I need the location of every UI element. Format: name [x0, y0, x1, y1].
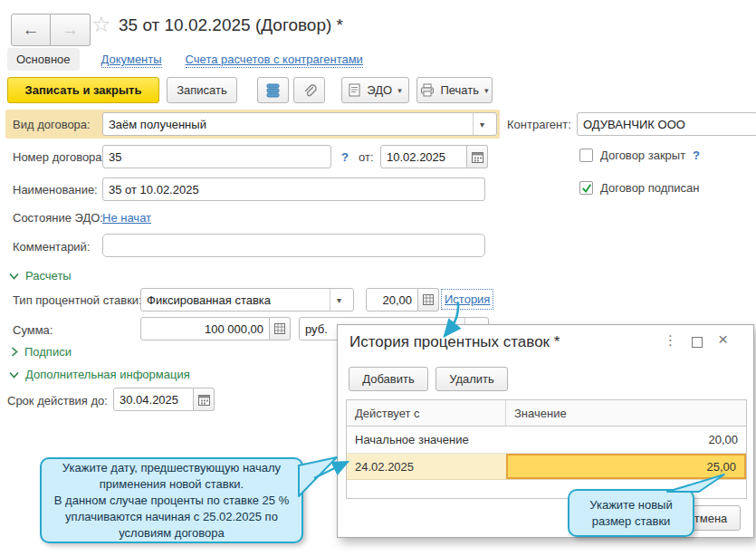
date-hint-callout: Укажите дату, предшествующую началу прим… [40, 457, 303, 543]
date-hint-pointer [299, 457, 337, 496]
calendar-icon [198, 394, 210, 406]
save-button[interactable]: Записать [167, 77, 237, 103]
contract-type-label: Вид договора: [13, 118, 91, 131]
dialog-title: История процентных ставок * [349, 333, 560, 351]
tab-settlement-accounts[interactable]: Счета расчетов с контрагентами [184, 48, 365, 71]
section-calculations[interactable]: Расчеты [9, 269, 72, 283]
back-button[interactable]: ← [11, 14, 51, 46]
forward-icon: → [62, 20, 79, 40]
check-icon [581, 183, 592, 194]
edo-menu-button[interactable]: ЭДО ▾ [341, 77, 409, 103]
section-additional-info[interactable]: Дополнительная информация [9, 368, 190, 381]
calendar-icon [472, 151, 483, 163]
contract-name-label: Наименование: [13, 183, 98, 197]
print-menu-button[interactable]: Печать ▾ [416, 77, 493, 103]
rate-type-select[interactable]: Фиксированная ставка ▾ [140, 288, 354, 312]
delete-button[interactable]: Удалить [435, 367, 508, 391]
rate-value-input[interactable] [366, 288, 418, 312]
amount-input[interactable] [140, 317, 270, 340]
printer-icon [420, 83, 435, 97]
rate-hint-callout: Укажите новый размер ставки [568, 489, 694, 537]
save-and-close-button[interactable]: Записать и закрыть [7, 77, 159, 103]
attachments-button[interactable] [293, 77, 325, 103]
chevron-down-icon [9, 273, 19, 280]
contract-date-calendar-button[interactable] [467, 145, 488, 168]
edo-document-icon [349, 83, 361, 97]
contract-signed-checkbox[interactable] [579, 181, 593, 195]
back-icon: ← [23, 20, 40, 40]
valid-until-calendar-button[interactable] [194, 388, 215, 411]
contract-closed-row: Договор закрыт ? [579, 149, 700, 162]
paperclip-icon [302, 83, 317, 98]
comment-label: Комментарий: [13, 240, 91, 254]
cell-value-editing[interactable]: 25,00 [506, 454, 746, 479]
add-button[interactable]: Добавить [349, 367, 428, 391]
calculator-grid-icon [423, 294, 434, 305]
counterparty-label: Контрагент: [507, 118, 571, 131]
column-header-value[interactable]: Значение [506, 400, 746, 426]
section-signatures[interactable]: Подписи [11, 345, 72, 359]
closed-help-link[interactable]: ? [693, 149, 700, 162]
contract-name-input[interactable] [102, 177, 485, 201]
page-title: 35 от 10.02.2025 (Договор) * [119, 15, 343, 35]
counterparty-input[interactable] [577, 112, 756, 136]
chevron-down-icon [9, 371, 19, 379]
contract-closed-label: Договор закрыт [600, 149, 685, 162]
contract-closed-checkbox[interactable] [579, 149, 593, 162]
maximize-icon[interactable] [692, 337, 703, 348]
edo-state-label: Состояние ЭДО: [13, 211, 103, 225]
rate-calculator-button[interactable] [418, 288, 439, 312]
valid-until-input[interactable] [113, 388, 194, 411]
chevron-down-icon[interactable]: ▾ [330, 289, 348, 311]
contract-type-select[interactable]: Заём полученный ▾ [102, 112, 497, 136]
chevron-down-icon[interactable]: ▾ [473, 113, 491, 135]
table-row[interactable]: Начальное значение 20,00 [347, 427, 746, 454]
cell-date[interactable]: 24.02.2025 [347, 454, 506, 479]
close-icon[interactable]: × [718, 330, 728, 350]
stack-icon [266, 83, 280, 98]
tab-documents[interactable]: Документы [100, 48, 164, 71]
contract-number-label: Номер договора: [13, 150, 105, 164]
chevron-down-icon: ▾ [397, 86, 402, 95]
rate-history-table: Действует с Значение Начальное значение … [346, 399, 747, 499]
contract-form-window: ← → ☆ 35 от 10.02.2025 (Договор) * Основ… [0, 0, 756, 556]
structure-button[interactable] [257, 77, 289, 103]
edo-state-link[interactable]: Не начат [102, 211, 151, 225]
rate-type-label: Тип процентной ставки: [13, 293, 142, 307]
number-help-link[interactable]: ? [341, 150, 349, 164]
history-nav: ← → [11, 14, 91, 46]
calculator-grid-icon [274, 323, 285, 334]
tab-bar: Основное Документы Счета расчетов с конт… [7, 48, 365, 71]
table-row-selected[interactable]: 24.02.2025 25,00 [347, 454, 746, 480]
forward-button[interactable]: → [51, 14, 91, 46]
rate-history-link[interactable]: История [445, 292, 490, 306]
chevron-right-icon [11, 347, 18, 357]
amount-calculator-button[interactable] [270, 317, 291, 340]
tab-main[interactable]: Основное [7, 48, 80, 71]
contract-date-input[interactable] [380, 145, 467, 168]
valid-until-label: Срок действия до: [7, 394, 108, 407]
cell-date[interactable]: Начальное значение [347, 427, 506, 453]
contract-signed-row: Договор подписан [579, 181, 699, 195]
favorite-star-icon[interactable]: ☆ [91, 12, 111, 37]
chevron-down-icon: ▾ [484, 86, 489, 95]
amount-label: Сумма: [13, 323, 53, 337]
column-header-date[interactable]: Действует с [347, 400, 506, 426]
cell-value[interactable]: 20,00 [506, 427, 746, 453]
contract-number-input[interactable] [102, 145, 331, 168]
comment-input[interactable] [102, 234, 485, 257]
date-from-label: от: [359, 150, 374, 164]
kebab-menu-icon[interactable]: ⋮ [664, 332, 677, 349]
table-header-row: Действует с Значение [347, 400, 746, 427]
contract-signed-label: Договор подписан [600, 181, 699, 195]
